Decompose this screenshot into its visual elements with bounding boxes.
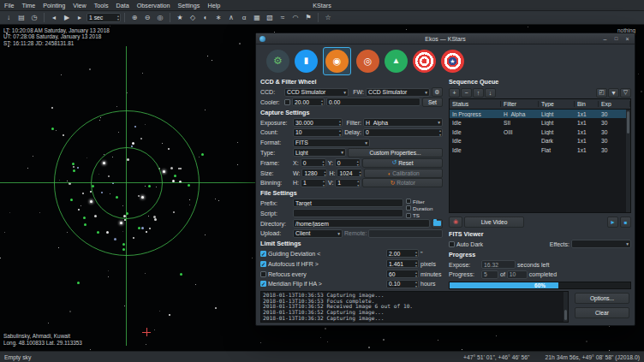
menu-pointing[interactable]: Pointing xyxy=(43,2,65,9)
meridian-flip-check[interactable] xyxy=(260,281,266,287)
time-forward-icon[interactable]: ▸ xyxy=(74,12,86,23)
frame-width-spin[interactable]: 1280 xyxy=(301,169,327,177)
print-icon[interactable]: ▤ xyxy=(15,12,27,23)
column-header-type[interactable]: Type xyxy=(539,101,575,107)
script-input[interactable] xyxy=(293,209,403,217)
column-header-bin[interactable]: Bin xyxy=(575,101,599,107)
add-job-icon[interactable]: + xyxy=(449,88,460,98)
sequence-job-row[interactable]: IdleDark1x130 xyxy=(450,136,630,145)
equatorial-grid-icon[interactable]: ▦ xyxy=(251,12,263,23)
directory-input[interactable]: /home/jasem xyxy=(293,219,430,228)
frame-y-spin[interactable]: 0 xyxy=(335,158,361,167)
ccd-combo[interactable]: CCD Simulator xyxy=(284,88,349,97)
binning-h-spin[interactable]: 1 xyxy=(301,179,326,187)
cooler-toggle[interactable] xyxy=(284,99,290,105)
constellation-lines-icon[interactable]: ∧ xyxy=(225,12,237,23)
menu-data[interactable]: Data xyxy=(116,2,129,9)
duration-suffix-check[interactable] xyxy=(406,205,411,211)
prefix-input[interactable]: Target xyxy=(293,199,403,207)
preview-button[interactable] xyxy=(449,217,462,228)
download-icon[interactable]: ↓ xyxy=(3,12,15,23)
minimize-button[interactable] xyxy=(601,35,609,43)
upload-mode-combo[interactable]: Client xyxy=(293,229,343,238)
remove-job-icon[interactable]: − xyxy=(461,88,472,98)
move-job-down-icon[interactable]: ↓ xyxy=(485,88,496,98)
maximize-button[interactable] xyxy=(612,35,620,43)
calibration-button[interactable]: Calibration xyxy=(364,169,443,178)
autofocus-hfr-spin[interactable]: 1.461 xyxy=(386,259,419,268)
filter-suffix-check[interactable] xyxy=(406,199,411,204)
auto-dark-check[interactable] xyxy=(449,241,455,247)
set-temperature-button[interactable]: Set xyxy=(422,98,443,107)
focus-module-button[interactable]: ◎ xyxy=(356,50,379,73)
deep-sky-objects-icon[interactable]: ◇ xyxy=(187,12,199,23)
frame-height-spin[interactable]: 1024 xyxy=(337,169,362,177)
stars-icon[interactable]: ★ xyxy=(174,12,186,23)
capture-log[interactable]: 2018-01-13T10:36:53 Capturing image...20… xyxy=(260,291,569,323)
save-queue-icon[interactable]: ▼ xyxy=(608,88,619,98)
column-header-exp[interactable]: Exp xyxy=(599,101,630,107)
sequence-job-row[interactable]: In ProgressH_AlphaLight1x130 xyxy=(450,110,630,119)
time-rewind-icon[interactable]: ◂ xyxy=(48,12,60,23)
sequence-job-row[interactable]: IdleFlat1x130 xyxy=(450,145,630,155)
frame-type-combo[interactable]: Light xyxy=(293,148,346,157)
comets-icon[interactable]: ∗ xyxy=(212,12,224,23)
menu-file[interactable]: File xyxy=(4,2,15,9)
constellation-boundaries-icon[interactable]: ▧ xyxy=(264,12,276,23)
reset-frame-button[interactable]: Reset xyxy=(362,158,443,168)
align-module-button[interactable] xyxy=(413,50,436,73)
move-job-up-icon[interactable]: ↑ xyxy=(473,88,484,98)
column-header-filter[interactable]: Filter xyxy=(501,101,539,107)
start-sequence-button[interactable] xyxy=(607,217,618,228)
filter-settings-button[interactable] xyxy=(432,87,443,97)
guide-deviation-check[interactable] xyxy=(260,251,266,257)
zoom-in-icon[interactable]: ⊕ xyxy=(128,12,140,23)
autofocus-hfr-check[interactable] xyxy=(260,261,266,267)
table-scrollbar[interactable] xyxy=(626,110,630,212)
ekos-titlebar[interactable]: Ekos — KStars xyxy=(256,33,635,45)
sequence-job-row[interactable]: IdleSIILight1x130 xyxy=(450,118,630,128)
frame-x-spin[interactable]: 0 xyxy=(301,158,326,167)
column-header-status[interactable]: Status xyxy=(450,101,501,107)
refocus-check[interactable] xyxy=(260,271,266,277)
cooler-target-input[interactable]: 0.00 xyxy=(326,98,420,106)
menu-tools[interactable]: Tools xyxy=(94,2,109,9)
constellation-names-icon[interactable]: α xyxy=(238,12,250,23)
rotator-button[interactable]: Rotator xyxy=(362,178,443,187)
setup-module-button[interactable]: ⚙ xyxy=(266,50,289,73)
close-button[interactable] xyxy=(623,35,631,43)
guide-module-button[interactable]: ★ xyxy=(441,50,464,73)
effects-combo[interactable] xyxy=(571,240,631,248)
save-queue-as-icon[interactable]: ▽ xyxy=(620,88,631,98)
time-step-combo[interactable]: 1 sec xyxy=(86,13,121,22)
zoom-out-icon[interactable]: ⊖ xyxy=(141,12,153,23)
solar-system-icon[interactable]: ◐ xyxy=(200,12,212,23)
live-video-button[interactable]: Live Video xyxy=(464,217,524,228)
filter-wheel-combo[interactable]: CCD Simulator xyxy=(366,88,430,97)
milky-way-icon[interactable]: ≈ xyxy=(277,12,289,23)
cooler-current-spin[interactable]: 20.00 xyxy=(292,98,325,106)
binning-v-spin[interactable]: 1 xyxy=(335,179,361,187)
menu-settings[interactable]: Settings xyxy=(177,2,200,9)
log-scrollbar[interactable] xyxy=(564,292,568,322)
flags-icon[interactable]: ⚑ xyxy=(302,12,314,23)
options-button[interactable]: Options... xyxy=(575,293,629,304)
clear-button[interactable]: Clear xyxy=(575,307,629,318)
menu-time[interactable]: Time xyxy=(22,2,36,9)
refocus-spin[interactable]: 60 xyxy=(386,270,419,278)
format-combo[interactable]: FITS xyxy=(293,139,370,147)
stop-sequence-button[interactable] xyxy=(620,217,631,228)
whats-interesting-icon[interactable]: ☆ xyxy=(322,12,334,23)
meridian-flip-spin[interactable]: 0.10 xyxy=(386,280,419,288)
open-queue-icon[interactable]: ◰ xyxy=(596,88,607,98)
timestamp-suffix-check[interactable] xyxy=(406,213,411,218)
horizon-icon[interactable]: ◠ xyxy=(289,12,301,23)
count-spin[interactable]: 10 xyxy=(293,128,343,137)
scrollbar-thumb[interactable] xyxy=(627,111,629,134)
delay-spin[interactable]: 0 xyxy=(363,128,443,137)
guide-deviation-spin[interactable]: 2.00 xyxy=(386,249,419,258)
custom-properties-button[interactable]: Custom Properties... xyxy=(348,148,443,157)
set-time-icon[interactable]: ◷ xyxy=(28,12,40,23)
mount-module-button[interactable]: ▲ xyxy=(385,50,408,73)
browse-directory-button[interactable] xyxy=(432,219,443,228)
